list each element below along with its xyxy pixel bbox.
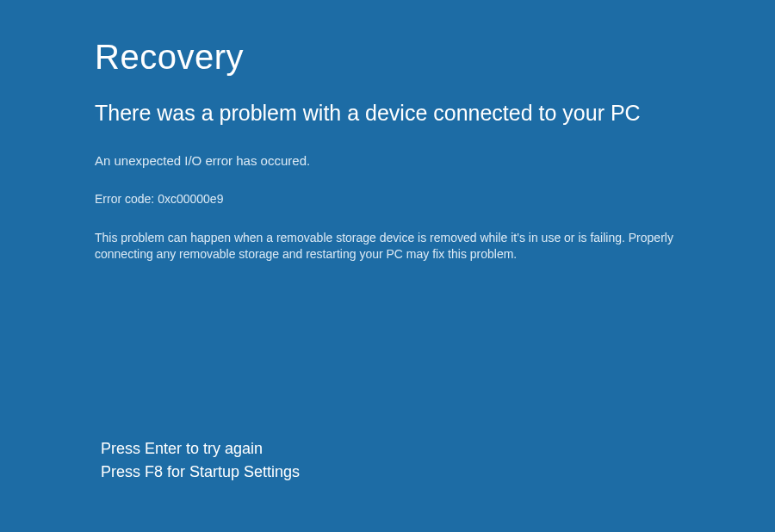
instruction-f8: Press F8 for Startup Settings: [101, 461, 300, 484]
instruction-enter: Press Enter to try again: [101, 437, 300, 461]
recovery-content: Recovery There was a problem with a devi…: [95, 38, 706, 263]
error-message: An unexpected I/O error has occured.: [95, 153, 706, 168]
page-title: Recovery: [95, 38, 706, 77]
error-code: Error code: 0xc00000e9: [95, 192, 706, 206]
key-instructions: Press Enter to try again Press F8 for St…: [101, 437, 300, 484]
error-subtitle: There was a problem with a device connec…: [95, 101, 706, 126]
error-explanation: This problem can happen when a removable…: [95, 230, 706, 263]
